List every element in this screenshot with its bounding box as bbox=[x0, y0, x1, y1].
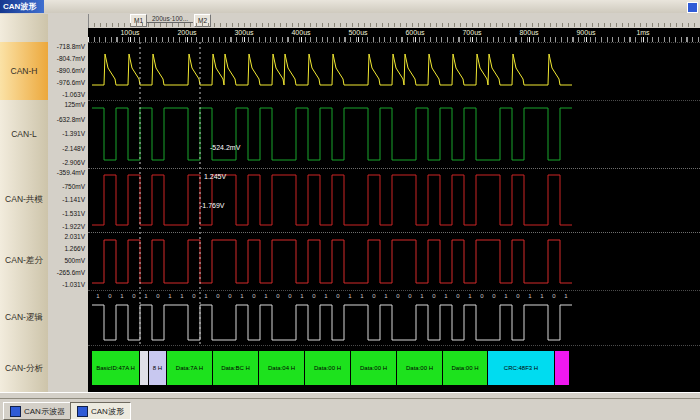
logic-bit-value: 1 bbox=[440, 293, 452, 299]
scale-value: -1.063V bbox=[62, 91, 85, 98]
waveform-plot[interactable]: BasicID:47A H8 HData:7A HData:BC HData:0… bbox=[88, 28, 700, 392]
marker-ruler: M1 200us·100... M2 bbox=[0, 13, 700, 29]
cursor-readout: -1.769V bbox=[200, 202, 225, 209]
scale-value: -1.141V bbox=[62, 196, 85, 203]
scale-value: -265.6mV bbox=[57, 269, 85, 276]
logic-bit-value: 0 bbox=[308, 293, 320, 299]
scale-value: -890.6mV bbox=[57, 67, 85, 74]
logic-bit-value: 0 bbox=[548, 293, 560, 299]
logic-bit-value: 1 bbox=[236, 293, 248, 299]
taskbar-button-label: CAN波形 bbox=[91, 406, 124, 417]
app-icon bbox=[77, 406, 88, 417]
cursor-readout: 1.245V bbox=[204, 173, 226, 180]
logic-bit-value: 1 bbox=[416, 293, 428, 299]
logic-bit-value: 1 bbox=[356, 293, 368, 299]
can-differential-trace bbox=[92, 240, 572, 283]
logic-bit-value: 1 bbox=[464, 293, 476, 299]
cursor-readout: -524.2mV bbox=[210, 144, 240, 151]
waveform-canvas bbox=[88, 28, 700, 392]
window-control-button[interactable] bbox=[687, 2, 698, 13]
logic-bit-value: 1 bbox=[260, 293, 272, 299]
scale-value: -359.4mV bbox=[57, 169, 85, 176]
logic-bit-value: 0 bbox=[128, 293, 140, 299]
scale-value: -1.531V bbox=[62, 210, 85, 217]
sidebar-header bbox=[0, 14, 49, 43]
marker-range-label: 200us·100... bbox=[147, 15, 193, 23]
logic-bit-value: 0 bbox=[248, 293, 260, 299]
logic-bit-value: 0 bbox=[188, 293, 200, 299]
scale-value: -2.148V bbox=[62, 145, 85, 152]
logic-bit-value: 0 bbox=[512, 293, 524, 299]
app-icon bbox=[10, 406, 21, 417]
can-common-mode-trace bbox=[92, 175, 572, 225]
logic-bit-value: 1 bbox=[296, 293, 308, 299]
logic-bit-value: 1 bbox=[200, 293, 212, 299]
logic-bit-value: 1 bbox=[176, 293, 188, 299]
logic-bit-value: 1 bbox=[320, 293, 332, 299]
channel-label-5[interactable]: CAN-逻辑 bbox=[0, 290, 49, 346]
logic-bit-value: 0 bbox=[368, 293, 380, 299]
voltage-scale-column: -718.8mV-804.7mV-890.6mV-976.6mV-1.063V1… bbox=[48, 14, 89, 392]
channel-label-1[interactable]: CAN-H bbox=[0, 42, 49, 101]
scale-value: -1.031V bbox=[62, 281, 85, 288]
logic-bit-value: 0 bbox=[476, 293, 488, 299]
logic-bit-value: 0 bbox=[488, 293, 500, 299]
scale-value: -2.906V bbox=[62, 159, 85, 166]
ruler-ticks bbox=[88, 23, 700, 27]
title-bar: CAN波形 bbox=[0, 0, 700, 14]
logic-bit-value: 0 bbox=[212, 293, 224, 299]
channel-label-3[interactable]: CAN-共模 bbox=[0, 168, 49, 233]
can-h-trace bbox=[92, 54, 572, 85]
logic-bit-value: 0 bbox=[272, 293, 284, 299]
logic-bit-value: 0 bbox=[152, 293, 164, 299]
taskbar-button-label: CAN示波器 bbox=[24, 406, 65, 417]
scale-value: -976.6mV bbox=[57, 79, 85, 86]
logic-bit-value: 1 bbox=[500, 293, 512, 299]
logic-bit-value: 1 bbox=[560, 293, 572, 299]
logic-bit-value: 1 bbox=[524, 293, 536, 299]
scale-value: -632.8mV bbox=[57, 116, 85, 123]
logic-bit-value: 0 bbox=[284, 293, 296, 299]
taskbar-button-1[interactable]: CAN示波器 bbox=[3, 402, 72, 420]
logic-bit-value: 1 bbox=[116, 293, 128, 299]
logic-bit-value: 0 bbox=[332, 293, 344, 299]
taskbar: CAN示波器CAN波形 bbox=[0, 398, 700, 420]
scale-value: -1.922V bbox=[62, 223, 85, 230]
logic-bit-value: 0 bbox=[104, 293, 116, 299]
channel-label-2[interactable]: CAN-L bbox=[0, 100, 49, 169]
scale-value: 1.266V bbox=[64, 245, 85, 252]
logic-bit-value: 1 bbox=[536, 293, 548, 299]
logic-bit-value: 1 bbox=[164, 293, 176, 299]
scale-value: -804.7mV bbox=[57, 55, 85, 62]
channel-label-6[interactable]: CAN-分析 bbox=[0, 345, 49, 393]
logic-bit-value: 1 bbox=[92, 293, 104, 299]
can-logic-trace bbox=[92, 305, 572, 340]
scale-value: 2.031V bbox=[64, 233, 85, 240]
channel-sidebar: CAN-HCAN-LCAN-共模CAN-差分CAN-逻辑CAN-分析 bbox=[0, 14, 48, 392]
scale-value: -1.391V bbox=[62, 130, 85, 137]
logic-bit-value: 0 bbox=[428, 293, 440, 299]
logic-bit-value: 1 bbox=[380, 293, 392, 299]
can-waveform-window: { "window": {"title": "CAN波形"}, "ruler":… bbox=[0, 0, 700, 420]
logic-bit-value: 0 bbox=[404, 293, 416, 299]
logic-bit-value: 1 bbox=[344, 293, 356, 299]
window-title: CAN波形 bbox=[0, 0, 44, 13]
logic-bit-value: 0 bbox=[392, 293, 404, 299]
logic-bit-value: 0 bbox=[224, 293, 236, 299]
scale-value: -750mV bbox=[62, 183, 85, 190]
logic-bit-value: 0 bbox=[452, 293, 464, 299]
logic-bit-value: 1 bbox=[140, 293, 152, 299]
scale-value: 125mV bbox=[64, 101, 85, 108]
channel-label-4[interactable]: CAN-差分 bbox=[0, 232, 49, 291]
scale-value: 500mV bbox=[64, 257, 85, 264]
taskbar-button-2[interactable]: CAN波形 bbox=[70, 402, 131, 420]
scale-value: -718.8mV bbox=[57, 43, 85, 50]
can-l-trace bbox=[92, 108, 572, 160]
